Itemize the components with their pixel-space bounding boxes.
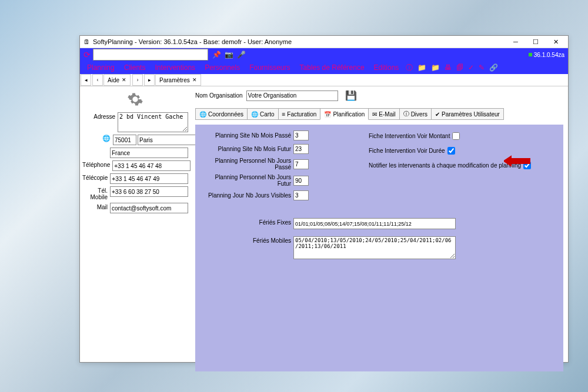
app-window: 🗓 SoftyPlanning - Version: 36.1.0.54za -… [79, 35, 569, 363]
globe-icon[interactable]: 🌐 [102, 135, 111, 144]
phone-label: Téléphone [82, 160, 112, 168]
app-icon: 🗓 [82, 38, 91, 46]
mail-icon: ✉ [372, 111, 377, 118]
print-icon[interactable]: 🖶 [442, 63, 454, 72]
calendar-icon: 📅 [324, 111, 331, 118]
postal-input[interactable] [113, 135, 136, 145]
tab-nav-last[interactable]: ▸ [144, 74, 155, 86]
info-icon[interactable]: ⓘ [403, 63, 415, 73]
window-title: SoftyPlanning - Version: 36.1.0.54za - B… [93, 38, 506, 45]
fi-duree-checkbox[interactable] [447, 147, 455, 155]
svg-marker-0 [504, 156, 530, 166]
maximize-button[interactable]: ☐ [526, 36, 546, 48]
check-icon: ✔ [435, 111, 440, 118]
close-tab-icon[interactable]: ✕ [122, 77, 126, 83]
menu-fournisseurs[interactable]: Fournisseurs [245, 63, 295, 72]
globe-icon: 🌐 [199, 111, 206, 118]
menu-clients[interactable]: Clients [119, 63, 151, 72]
subtab-planification[interactable]: 📅Planification [320, 108, 369, 120]
subtab-email[interactable]: ✉E-Mail [368, 108, 399, 120]
mobile-label: Tél. Mobile [82, 186, 110, 200]
org-label: Nom Organisation [195, 92, 243, 99]
mic-icon[interactable]: 🎤 [235, 51, 248, 59]
site-future-label: Planning Site Nb Mois Futur [200, 146, 293, 152]
day-visible-label: Planning Jour Nb Jours Visibles [200, 192, 293, 199]
fi-montant-label: Fiche Intervention Voir Montant [369, 133, 450, 139]
tab-nav-next[interactable]: › [132, 74, 143, 86]
site-past-input[interactable] [293, 130, 309, 140]
doctab-aide-label: Aide [108, 77, 119, 83]
fi-duree-label: Fiche Intervention Voir Durée [369, 148, 445, 154]
highlight-arrow-icon [504, 155, 530, 168]
menu-interventions[interactable]: Interventions [150, 63, 200, 72]
phone-input[interactable] [112, 160, 191, 171]
menu-personnels[interactable]: Personnels [200, 63, 245, 72]
info-icon: ⓘ [403, 110, 409, 118]
subtabs: 🌐Coordonnées 🌐Carto ≡Facturation 📅Planif… [195, 108, 563, 120]
minimize-button[interactable]: ─ [506, 36, 526, 48]
planification-panel: Planning Site Nb Mois Passé Planning Sit… [195, 125, 563, 371]
close-button[interactable]: ✕ [546, 36, 566, 48]
feries-mobiles-label: Fériés Mobiles [200, 236, 293, 244]
subtab-coordonnees[interactable]: 🌐Coordonnées [195, 108, 248, 120]
fax-label: Télécopie [82, 173, 110, 181]
status-dot-icon [529, 53, 532, 56]
save-icon[interactable]: 💾 [345, 90, 357, 101]
document-tabs: ◂ ‹ Aide✕ › ▸ Paramètres✕ [80, 74, 568, 86]
address-input[interactable] [118, 112, 188, 132]
country-input[interactable] [110, 148, 188, 158]
pers-past-label: Planning Personnel Nb Jours Passé [200, 158, 293, 170]
feries-fixes-input[interactable] [293, 218, 456, 229]
tab-nav-first[interactable]: ◂ [81, 74, 91, 86]
link-icon[interactable]: 🔗 [487, 63, 500, 72]
pers-future-input[interactable] [293, 176, 309, 186]
sidebar: Adresse 🌐 Téléphone Télécopie Tél. Mobil… [80, 86, 191, 363]
feries-mobiles-input[interactable] [293, 236, 456, 259]
site-future-input[interactable] [293, 144, 309, 154]
doctab-parametres-label: Paramètres [159, 77, 190, 83]
mail-input[interactable] [110, 203, 188, 213]
tab-nav-prev[interactable]: ‹ [92, 74, 103, 86]
search-input[interactable] [93, 49, 208, 61]
subtab-param-user[interactable]: ✔Paramètres Utilisateur [431, 108, 504, 120]
version-text: 36.1.0.54za [534, 52, 564, 58]
subtab-divers[interactable]: ⓘDivers [399, 108, 432, 120]
menu-tables-reference[interactable]: Tables de Référence [295, 63, 369, 72]
menu-planning[interactable]: Planning [82, 63, 119, 72]
edit-icon[interactable]: ✎ [476, 63, 487, 72]
refresh-icon[interactable]: ⟳ [81, 50, 93, 59]
subtab-carto[interactable]: 🌐Carto [247, 108, 278, 120]
pin-icon[interactable]: 📌 [211, 51, 223, 59]
address-label: Adresse [82, 112, 118, 120]
folder2-icon[interactable]: 📁 [429, 63, 442, 72]
gear-icon [127, 91, 143, 108]
site-past-label: Planning Site Nb Mois Passé [200, 132, 293, 139]
toolbar: ⟳ 📌 📷 🎤 36.1.0.54za [80, 48, 568, 61]
mobile-input[interactable] [110, 186, 188, 197]
mail-label: Mail [82, 203, 110, 210]
list-icon: ≡ [282, 111, 286, 118]
folder-icon[interactable]: 📁 [415, 63, 429, 72]
close-tab-icon[interactable]: ✕ [192, 77, 197, 83]
menubar: Planning Clients Interventions Personnel… [80, 61, 568, 74]
main-panel: Nom Organisation 💾 🌐Coordonnées 🌐Carto ≡… [191, 86, 568, 363]
pers-future-label: Planning Personnel Nb Jours Futur [200, 174, 293, 187]
doctab-aide[interactable]: Aide✕ [103, 74, 131, 86]
pers-past-input[interactable] [293, 159, 309, 169]
doctab-parametres[interactable]: Paramètres✕ [155, 74, 201, 86]
version-badge: 36.1.0.54za [529, 52, 567, 58]
fi-montant-checkbox[interactable] [452, 132, 460, 140]
fax-input[interactable] [110, 173, 188, 184]
check-icon[interactable]: ✓ [466, 63, 476, 72]
menu-editions[interactable]: Editions [369, 63, 404, 72]
notify-label: Notifier les intervenants à chaque modif… [369, 162, 521, 169]
camera-icon[interactable]: 📷 [223, 51, 235, 59]
feries-fixes-label: Fériés Fixes [200, 218, 293, 226]
day-visible-input[interactable] [293, 190, 309, 200]
globe-icon: 🌐 [251, 111, 258, 118]
copy-icon[interactable]: 🗐 [454, 63, 466, 72]
org-input[interactable] [246, 91, 338, 101]
subtab-facturation[interactable]: ≡Facturation [278, 108, 321, 120]
titlebar: 🗓 SoftyPlanning - Version: 36.1.0.54za -… [80, 36, 568, 48]
